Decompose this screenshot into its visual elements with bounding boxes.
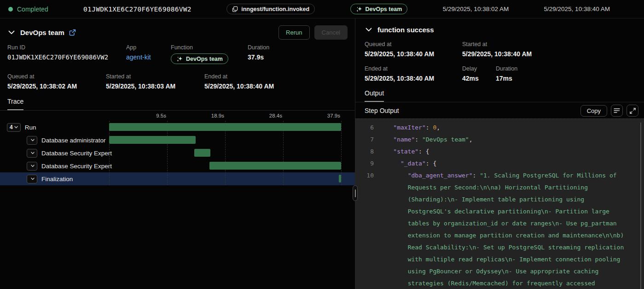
collapse-step-chevron[interactable]	[365, 27, 373, 33]
function-badge-label: DevOps team	[186, 56, 223, 62]
expand-steps-button[interactable]	[27, 162, 37, 171]
step-started-label: Started at	[462, 41, 560, 47]
trace-row[interactable]: Database administrator	[0, 134, 355, 147]
copy-button[interactable]: Copy	[580, 105, 607, 117]
step-delay-value: 42ms	[462, 75, 496, 82]
top-function-badge[interactable]: DevOps team	[350, 4, 408, 14]
code-line-content: "maxIter": 0,	[379, 122, 644, 134]
function-label: Function	[171, 44, 248, 51]
trace-axis: 9.5s18.9s28.4s37.9s	[109, 111, 341, 121]
trace-bar[interactable]	[339, 175, 341, 183]
code-scrollbar[interactable]	[640, 123, 641, 289]
queued-at-label: Queued at	[7, 73, 106, 80]
code-lines-container: 6 "maxIter": 0, 7 "name": "DevOps team",…	[355, 122, 644, 289]
trace-bar[interactable]	[194, 149, 210, 157]
chevron-down-icon	[14, 126, 18, 129]
trace-bar[interactable]	[209, 162, 341, 170]
trace-rows: 4 Run Database administrator Datab	[0, 121, 355, 185]
panel-resize-handle[interactable]	[353, 185, 358, 201]
code-line-content: "name": "DevOps team",	[379, 134, 644, 146]
trace-bar[interactable]	[109, 123, 341, 131]
collapse-run-chevron[interactable]	[7, 29, 16, 35]
code-line-number: 9	[355, 158, 374, 170]
code-line-content: "state": {	[379, 146, 644, 158]
trace-row[interactable]: Finalization	[0, 172, 355, 185]
cancel-button[interactable]: Cancel	[314, 25, 348, 40]
function-badge[interactable]: DevOps team	[171, 53, 228, 64]
code-token-str: "DevOps team"	[422, 136, 469, 143]
trace-row[interactable]: Database Security Expert	[0, 159, 355, 172]
tab-trace[interactable]: Trace	[7, 98, 23, 110]
wrap-text-icon	[614, 108, 620, 113]
trace-bar[interactable]	[109, 136, 196, 144]
wrap-text-button[interactable]	[611, 105, 623, 117]
code-token-p: ,	[436, 124, 440, 131]
step-duration-label: Duration	[496, 65, 517, 72]
ended-at-value: 5/29/2025, 10:38:40 AM	[204, 83, 303, 90]
chevron-down-icon	[31, 139, 35, 142]
tab-output[interactable]: Output	[365, 89, 384, 102]
top-ended-timestamp: 5/29/2025, 10:38:40 AM	[544, 6, 610, 12]
started-at-value: 5/29/2025, 10:38:03 AM	[106, 83, 204, 90]
trace-row[interactable]: 4 Run	[0, 121, 355, 134]
step-ended-label: Ended at	[365, 65, 462, 72]
code-token-p: : {	[418, 148, 429, 155]
top-bar: Completed 01JWDK1XE6C270F6YE69086VW2 inn…	[0, 0, 644, 18]
code-line-number: 7	[355, 134, 374, 146]
code-line-content: "dba_agent_answer": "1. Scaling PostgreS…	[379, 170, 644, 289]
code-token-p: : {	[426, 160, 436, 167]
run-timestamps: Queued at 5/29/2025, 10:38:02 AM Started…	[7, 73, 348, 90]
duration-label: Duration	[248, 44, 269, 51]
step-title: function success	[377, 26, 434, 34]
event-badge[interactable]: inngest/function.invoked	[226, 4, 315, 14]
trace-row-label: Database administrator	[41, 137, 106, 144]
trace-row-label: Finalization	[41, 176, 73, 183]
app-link[interactable]: agent-kit	[126, 53, 171, 61]
step-queued-label: Queued at	[365, 41, 462, 47]
step-output-code[interactable]: 6 "maxIter": 0, 7 "name": "DevOps team",…	[355, 118, 644, 289]
code-line-number: 8	[355, 146, 374, 158]
rerun-button[interactable]: Rerun	[278, 25, 309, 40]
expand-icon	[630, 108, 636, 114]
step-ended-value: 5/29/2025, 10:38:40 AM	[365, 75, 462, 82]
expand-steps-button[interactable]: 4	[7, 123, 21, 132]
chevron-down-icon	[31, 165, 35, 167]
run-id-label: Run ID	[7, 44, 126, 51]
chevron-down-icon	[31, 177, 35, 180]
chevron-down-icon	[366, 28, 372, 32]
step-started-value: 5/29/2025, 10:38:40 AM	[462, 50, 560, 58]
trace-row[interactable]: Database Security Expert	[0, 147, 355, 159]
sparkles-icon	[356, 6, 362, 12]
duration-value: 37.9s	[248, 53, 269, 61]
code-line: 8 "state": {	[355, 146, 644, 158]
code-line: 9 "_data": {	[355, 158, 644, 170]
code-token-p: ,	[469, 136, 473, 143]
status-label: Completed	[17, 6, 48, 13]
trace-row-track	[109, 121, 341, 134]
expand-steps-button[interactable]	[27, 136, 37, 145]
step-queued-value: 5/29/2025, 10:38:40 AM	[365, 50, 462, 58]
right-tab-bar: Output	[355, 89, 644, 102]
ended-at-label: Ended at	[204, 73, 303, 80]
top-function-badge-label: DevOps team	[366, 6, 402, 12]
axis-tick-label: 37.9s	[327, 113, 341, 118]
code-token-key: "_data"	[400, 160, 426, 167]
code-line-number: 6	[355, 122, 374, 134]
step-details-pane: function success Queued at 5/29/2025, 10…	[355, 18, 644, 289]
code-token-key: "maxIter"	[393, 124, 425, 131]
expand-steps-button[interactable]	[27, 175, 37, 183]
step-delay-label: Delay	[462, 65, 496, 72]
event-icon	[232, 6, 238, 12]
run-title: DevOps team	[20, 29, 64, 36]
expand-steps-button[interactable]	[27, 149, 37, 158]
expand-output-button[interactable]	[627, 105, 638, 117]
code-line: 6 "maxIter": 0,	[355, 122, 644, 134]
trace-row-label: Database Security Expert	[41, 163, 112, 170]
external-link-icon[interactable]	[69, 29, 76, 36]
run-status: Completed	[8, 6, 48, 13]
step-timestamps-row1: Queued at 5/29/2025, 10:38:40 AM Started…	[365, 41, 635, 58]
run-details-pane: DevOps team Rerun Cancel Run ID 01JWDK1X…	[0, 18, 355, 289]
code-token-key: "dba_agent_answer"	[408, 172, 473, 179]
code-token-str: "1. Scaling PostgreSQL for Millions of R…	[408, 172, 627, 289]
app-label: App	[126, 44, 171, 51]
